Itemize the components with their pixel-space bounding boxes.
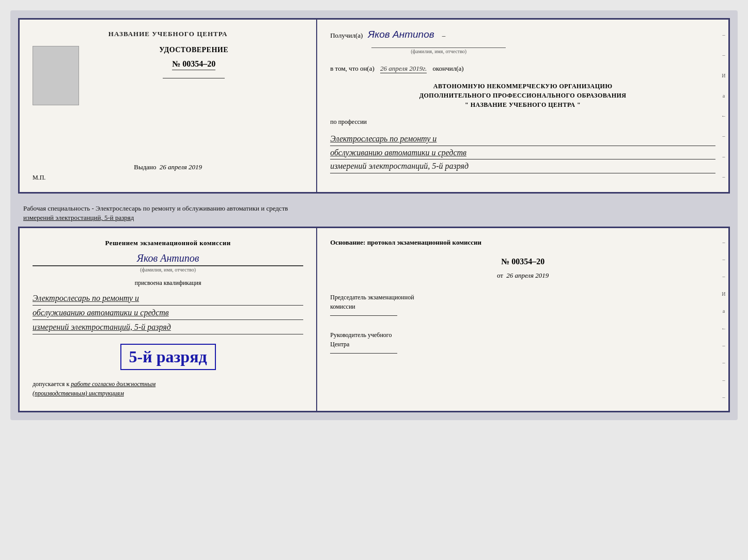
person-name-area: Яков Антипов (фамилия, имя, отчество) bbox=[33, 252, 303, 273]
udostoverenie-label: УДОСТОВЕРЕНИЕ bbox=[159, 46, 228, 54]
ot-label: от bbox=[497, 271, 503, 279]
person-name: Яков Антипов bbox=[33, 252, 303, 266]
doc-number: № 00354–20 bbox=[172, 59, 215, 70]
org-line1: АВТОНОМНУЮ НЕКОММЕРЧЕСКУЮ ОРГАНИЗАЦИЮ bbox=[330, 82, 715, 91]
document-container: НАЗВАНИЕ УЧЕБНОГО ЦЕНТРА УДОСТОВЕРЕНИЕ №… bbox=[10, 10, 738, 420]
fio-subtitle-bottom: (фамилия, имя, отчество) bbox=[33, 266, 303, 273]
separator-text1: Рабочая специальность - Электрослесарь п… bbox=[23, 204, 725, 213]
predsedatel-line1: Председатель экзаменационной bbox=[330, 293, 715, 302]
top-document: НАЗВАНИЕ УЧЕБНОГО ЦЕНТРА УДОСТОВЕРЕНИЕ №… bbox=[18, 18, 730, 194]
profession-block: Электрослесарь по ремонту и обслуживанию… bbox=[330, 132, 715, 173]
qual-line3: измерений электростанций, 5-й разряд bbox=[33, 320, 303, 334]
ot-date: 26 апреля 2019 bbox=[506, 271, 549, 279]
bottom-right-page: Основание: протокол экзаменационной коми… bbox=[317, 228, 728, 411]
separator-area: Рабочая специальность - Электрослесарь п… bbox=[18, 200, 730, 227]
vydano-date: 26 апреля 2019 bbox=[160, 163, 202, 171]
org-line2: ДОПОЛНИТЕЛЬНОГО ПРОФЕССИОНАЛЬНОГО ОБРАЗО… bbox=[330, 91, 715, 100]
vtom-line: в том, что он(а) 26 апреля 2019г. окончи… bbox=[330, 65, 715, 73]
poluchil-label: Получил(а) bbox=[330, 31, 363, 40]
dopuskaetsya-label: допускается к bbox=[33, 380, 69, 388]
side-marks-top: – – И а ← – – – bbox=[719, 20, 728, 192]
recipient-name: Яков Антипов bbox=[368, 29, 434, 40]
doc-main-area: УДОСТОВЕРЕНИЕ № 00354–20 bbox=[33, 46, 303, 158]
doc-center-content: УДОСТОВЕРЕНИЕ № 00354–20 bbox=[84, 46, 303, 81]
side-marks-bottom: – – – И а ← – – – – bbox=[719, 228, 728, 411]
rukovoditel-line2: Центра bbox=[330, 340, 715, 349]
org-block: АВТОНОМНУЮ НЕКОММЕРЧЕСКУЮ ОРГАНИЗАЦИЮ ДО… bbox=[330, 82, 715, 109]
bottom-document: Решением экзаменационной комиссии Яков А… bbox=[18, 227, 730, 412]
protocol-number: № 00354–20 bbox=[330, 257, 715, 266]
profession-line1: Электрослесарь по ремонту и bbox=[330, 132, 715, 146]
top-left-page: НАЗВАНИЕ УЧЕБНОГО ЦЕНТРА УДОСТОВЕРЕНИЕ №… bbox=[20, 20, 317, 192]
predsedatel-block: Председатель экзаменационной комиссии bbox=[330, 293, 715, 317]
org-name: " НАЗВАНИЕ УЧЕБНОГО ЦЕНТРА " bbox=[330, 100, 715, 109]
bottom-left-page: Решением экзаменационной комиссии Яков А… bbox=[20, 228, 317, 411]
mp-label: М.П. bbox=[33, 174, 45, 182]
dopusk-italic2: (производственным) инструкциям bbox=[33, 390, 124, 397]
ot-date-line: от 26 апреля 2019 bbox=[330, 271, 715, 280]
okonchil-label: окончил(а) bbox=[433, 65, 464, 72]
qual-line2: обслуживанию автоматики и средств bbox=[33, 306, 303, 320]
center-title: НАЗВАНИЕ УЧЕБНОГО ЦЕНТРА bbox=[108, 30, 228, 38]
prisvoena-line: присвоена квалификация bbox=[33, 279, 303, 287]
resheniem-title: Решением экзаменационной комиссии bbox=[33, 238, 303, 248]
rukovoditel-block: Руководитель учебного Центра bbox=[330, 330, 715, 355]
dash-after-name: – bbox=[442, 31, 446, 40]
razryad-big: 5-й разряд bbox=[120, 344, 216, 370]
vydano-label: Выдано bbox=[134, 163, 156, 171]
fio-subtitle-top: (фамилия, имя, отчество) bbox=[371, 47, 506, 54]
razryad-big-box: 5-й разряд bbox=[33, 341, 303, 373]
dopuskaetsya-block: допускается к работе согласно должностны… bbox=[33, 379, 303, 398]
dopusk-italic: работе согласно должностным bbox=[71, 380, 155, 388]
po-professii: по профессии bbox=[330, 118, 715, 126]
photo-placeholder bbox=[33, 46, 79, 105]
rukovoditel-line1: Руководитель учебного bbox=[330, 330, 715, 340]
predsedatel-line2: комиссии bbox=[330, 302, 715, 311]
osnovanie-title: Основание: протокол экзаменационной коми… bbox=[330, 237, 715, 248]
predsedatel-sig-line bbox=[330, 315, 397, 316]
rukovoditel-sig-line bbox=[330, 353, 397, 354]
top-right-page: Получил(а) Яков Антипов – (фамилия, имя,… bbox=[317, 20, 728, 192]
recipient-area: Получил(а) Яков Антипов – bbox=[330, 29, 715, 40]
profession-line2: обслуживанию автоматики и средств bbox=[330, 146, 715, 160]
qual-line1: Электрослесарь по ремонту и bbox=[33, 291, 303, 306]
vtom-label: в том, что он(а) bbox=[330, 65, 375, 72]
vtom-date: 26 апреля 2019г. bbox=[380, 65, 427, 73]
qualification-block: Электрослесарь по ремонту и обслуживанию… bbox=[33, 291, 303, 335]
vydano-area: Выдано 26 апреля 2019 bbox=[33, 163, 303, 171]
separator-text2: измерений электростанций, 5-й разряд bbox=[23, 213, 725, 222]
profession-line3: измерений электростанций, 5-й разряд bbox=[330, 159, 715, 173]
signature-line-left bbox=[163, 78, 225, 78]
